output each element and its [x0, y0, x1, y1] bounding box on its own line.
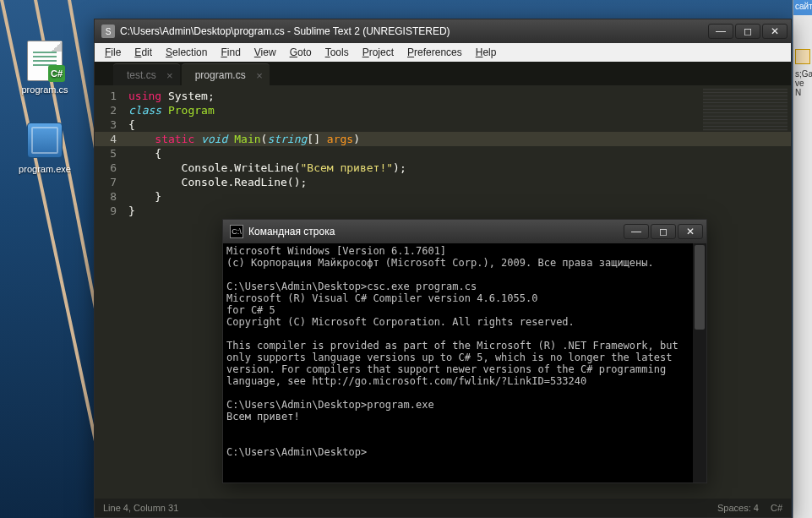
tab-label: test.cs — [127, 69, 156, 81]
scrollbar[interactable] — [693, 243, 706, 483]
menu-help[interactable]: Help — [469, 45, 504, 60]
maximize-button[interactable]: ◻ — [651, 224, 676, 239]
tabs-row: test.cs×program.cs× — [95, 62, 791, 85]
close-button[interactable]: ✕ — [762, 24, 787, 39]
tab-test-cs[interactable]: test.cs× — [113, 63, 180, 85]
code-line: Console.ReadLine(); — [128, 175, 791, 189]
line-number: 7 — [95, 175, 117, 189]
menu-edit[interactable]: Edit — [128, 45, 159, 60]
scrollbar-thumb[interactable] — [695, 245, 705, 330]
menu-view[interactable]: View — [248, 45, 283, 60]
line-number: 6 — [95, 161, 117, 175]
menu-project[interactable]: Project — [356, 45, 401, 60]
maximize-button[interactable]: ◻ — [735, 24, 760, 39]
code-line: } — [128, 189, 791, 204]
code-line: using System; — [128, 89, 791, 103]
console-title-text: Командная строка — [248, 226, 335, 237]
offscreen-panel: сайт s;Ga ve N — [793, 0, 812, 518]
menu-selection[interactable]: Selection — [159, 45, 214, 60]
code-line: Console.WriteLine("Всем привет!"); — [128, 161, 791, 175]
icon-label: program.exe — [12, 164, 78, 174]
minimize-button[interactable]: — — [624, 224, 649, 239]
console-window: C:\ Командная строка — ◻ ✕ Microsoft Win… — [222, 219, 707, 483]
window-title: C:\Users\Admin\Desktop\program.cs - Subl… — [120, 25, 708, 37]
console-text: Microsoft Windows [Version 6.1.7601] (c)… — [226, 245, 703, 458]
statusbar: Line 4, Column 31 Spaces: 4 C# — [95, 499, 791, 517]
app-icon: S — [101, 25, 115, 38]
menu-find[interactable]: Find — [214, 45, 247, 60]
code-line: class Program — [128, 103, 791, 117]
line-number: 2 — [95, 103, 117, 117]
code-line: static void Main(string[] args) — [123, 132, 791, 146]
offscreen-text: ve N — [793, 79, 812, 97]
cmd-icon: C:\ — [230, 225, 243, 238]
line-number: 1 — [95, 89, 117, 103]
minimize-button[interactable]: — — [708, 24, 733, 39]
code-line: } — [128, 204, 791, 218]
desktop-icon-program-cs[interactable]: C#program.cs — [12, 41, 78, 95]
line-gutter: 123456789 — [95, 85, 123, 499]
desktop-icon-program-exe[interactable]: program.exe — [12, 120, 78, 174]
code-line: { — [128, 117, 791, 132]
console-output[interactable]: Microsoft Windows [Version 6.1.7601] (c)… — [223, 243, 706, 483]
offscreen-text: сайт — [793, 0, 812, 15]
tab-program-cs[interactable]: program.cs× — [182, 63, 270, 85]
status-indent[interactable]: Spaces: 4 — [717, 503, 759, 513]
status-position: Line 4, Column 31 — [103, 503, 178, 513]
menubar: FileEditSelectionFindViewGotoToolsProjec… — [95, 43, 791, 62]
tab-close-icon[interactable]: × — [166, 68, 173, 81]
tab-close-icon[interactable]: × — [256, 68, 263, 81]
menu-file[interactable]: File — [98, 45, 128, 60]
minimap[interactable] — [703, 89, 787, 131]
status-language[interactable]: C# — [771, 503, 782, 513]
offscreen-text: s;Ga — [793, 69, 812, 79]
close-button[interactable]: ✕ — [678, 224, 703, 239]
code-line: { — [128, 146, 791, 161]
menu-preferences[interactable]: Preferences — [401, 45, 469, 60]
icon-label: program.cs — [12, 85, 78, 95]
menu-goto[interactable]: Goto — [283, 45, 319, 60]
line-number: 9 — [95, 204, 117, 218]
line-number: 8 — [95, 189, 117, 204]
line-number: 3 — [95, 117, 117, 132]
line-number: 5 — [95, 146, 117, 161]
menu-tools[interactable]: Tools — [319, 45, 356, 60]
tab-label: program.cs — [195, 69, 246, 81]
sublime-titlebar[interactable]: S C:\Users\Admin\Desktop\program.cs - Su… — [95, 19, 791, 43]
line-number: 4 — [95, 132, 123, 146]
console-titlebar[interactable]: C:\ Командная строка — ◻ ✕ — [223, 220, 706, 243]
offscreen-icon — [795, 49, 810, 64]
